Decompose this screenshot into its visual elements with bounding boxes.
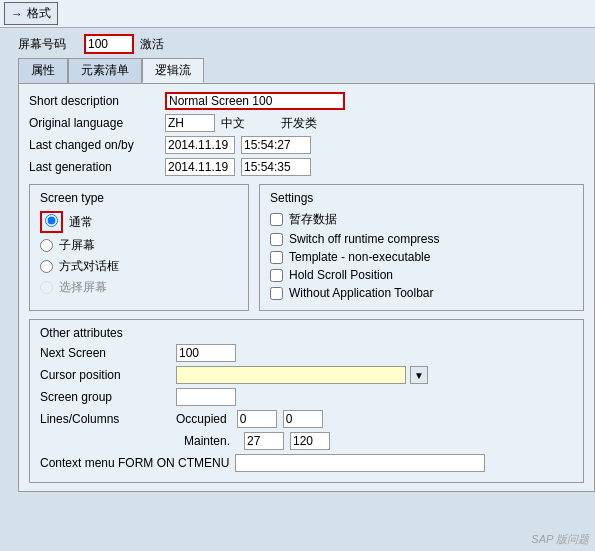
short-desc-input[interactable] xyxy=(165,92,345,110)
screen-group-label: Screen group xyxy=(40,390,170,404)
screen-number-input[interactable] xyxy=(84,34,134,54)
cursor-pos-controls: ▼ xyxy=(176,366,428,384)
cb-runtime-compress[interactable] xyxy=(270,233,283,246)
cursor-pos-input[interactable] xyxy=(176,366,406,384)
lines-cols-label: Lines/Columns xyxy=(40,412,170,426)
radio-select-label: 选择屏幕 xyxy=(59,279,107,296)
settings-title: Settings xyxy=(270,191,573,205)
tab-logic-flow[interactable]: 逻辑流 xyxy=(142,58,204,83)
mainten-val1-input[interactable] xyxy=(244,432,284,450)
tab-properties[interactable]: 属性 xyxy=(18,58,68,83)
orig-lang-code-input[interactable] xyxy=(165,114,215,132)
toolbar: → 格式 xyxy=(0,0,595,28)
occupied-val2-input[interactable] xyxy=(283,410,323,428)
lines-cols-occupied-row: Lines/Columns Occupied xyxy=(40,410,573,428)
cb-temp-data[interactable] xyxy=(270,213,283,226)
cb-hold-scroll-label: Hold Scroll Position xyxy=(289,268,393,282)
orig-lang-name: 中文 xyxy=(221,115,245,132)
screen-group-input[interactable] xyxy=(176,388,236,406)
two-col-section: Screen type 通常 子屏幕 方式对话框 xyxy=(29,184,584,311)
next-screen-label: Next Screen xyxy=(40,346,170,360)
cb-non-exec-label: Template - non-executable xyxy=(289,250,430,264)
short-desc-row: Short description xyxy=(29,92,584,110)
short-desc-label: Short description xyxy=(29,94,159,108)
last-changed-label: Last changed on/by xyxy=(29,138,159,152)
form-panel: Short description Original language 中文 开… xyxy=(18,83,595,492)
cb-hold-scroll-row: Hold Scroll Position xyxy=(270,268,573,282)
cursor-pos-btn[interactable]: ▼ xyxy=(410,366,428,384)
mainten-row: Mainten. xyxy=(40,432,573,450)
screen-number-row: 屏幕号码 激活 xyxy=(18,34,595,54)
context-menu-row: Context menu FORM ON CTMENU xyxy=(40,454,573,472)
cb-non-exec-row: Template - non-executable xyxy=(270,250,573,264)
radio-modal[interactable] xyxy=(40,260,53,273)
cursor-pos-label: Cursor position xyxy=(40,368,170,382)
screen-type-box: Screen type 通常 子屏幕 方式对话框 xyxy=(29,184,249,311)
cb-temp-data-row: 暂存数据 xyxy=(270,211,573,228)
tabs-bar: 属性 元素清单 逻辑流 xyxy=(18,58,595,83)
dev-type-label: 开发类 xyxy=(281,115,317,132)
radio-modal-label: 方式对话框 xyxy=(59,258,119,275)
last-changed-date-input[interactable] xyxy=(165,136,235,154)
orig-lang-label: Original language xyxy=(29,116,159,130)
cb-runtime-compress-row: Switch off runtime compress xyxy=(270,232,573,246)
content-area: 屏幕号码 激活 属性 元素清单 逻辑流 Short description Or… xyxy=(18,34,595,492)
screen-active-label: 激活 xyxy=(140,36,164,53)
cb-no-toolbar-label: Without Application Toolbar xyxy=(289,286,434,300)
scroll-down-icon: ▼ xyxy=(414,370,424,381)
cb-no-toolbar-row: Without Application Toolbar xyxy=(270,286,573,300)
next-screen-row: Next Screen xyxy=(40,344,573,362)
last-changed-time-input[interactable] xyxy=(241,136,311,154)
radio-select-row: 选择屏幕 xyxy=(40,279,238,296)
radio-normal[interactable] xyxy=(45,214,58,227)
cb-runtime-compress-label: Switch off runtime compress xyxy=(289,232,440,246)
occupied-val1-input[interactable] xyxy=(237,410,277,428)
other-attrs-title: Other attributes xyxy=(40,326,573,340)
radio-subscreen[interactable] xyxy=(40,239,53,252)
format-button[interactable]: → 格式 xyxy=(4,2,58,25)
sap-watermark: SAP 版问题 xyxy=(531,532,589,547)
last-gen-time-input[interactable] xyxy=(241,158,311,176)
last-gen-row: Last generation xyxy=(29,158,584,176)
radio-modal-row: 方式对话框 xyxy=(40,258,238,275)
radio-subscreen-row: 子屏幕 xyxy=(40,237,238,254)
cb-hold-scroll[interactable] xyxy=(270,269,283,282)
orig-lang-row: Original language 中文 开发类 xyxy=(29,114,584,132)
occupied-label: Occupied xyxy=(176,412,227,426)
last-gen-label: Last generation xyxy=(29,160,159,174)
radio-normal-label: 通常 xyxy=(69,214,93,231)
last-gen-date-input[interactable] xyxy=(165,158,235,176)
context-menu-label: Context menu FORM ON CTMENU xyxy=(40,456,229,470)
tab-elements[interactable]: 元素清单 xyxy=(68,58,142,83)
mainten-label-text: Mainten. xyxy=(176,434,234,448)
cb-temp-data-label: 暂存数据 xyxy=(289,211,337,228)
cb-non-exec[interactable] xyxy=(270,251,283,264)
other-attrs-box: Other attributes Next Screen Cursor posi… xyxy=(29,319,584,483)
next-screen-input[interactable] xyxy=(176,344,236,362)
screen-num-label: 屏幕号码 xyxy=(18,36,78,53)
mainten-val2-input[interactable] xyxy=(290,432,330,450)
radio-normal-row: 通常 xyxy=(40,211,238,233)
format-button-label: 格式 xyxy=(27,5,51,22)
screen-group-row: Screen group xyxy=(40,388,573,406)
last-changed-row: Last changed on/by xyxy=(29,136,584,154)
radio-select[interactable] xyxy=(40,281,53,294)
context-menu-input[interactable] xyxy=(235,454,485,472)
screen-type-title: Screen type xyxy=(40,191,238,205)
settings-box: Settings 暂存数据 Switch off runtime compres… xyxy=(259,184,584,311)
arrow-right-icon: → xyxy=(11,7,23,21)
cursor-pos-row: Cursor position ▼ xyxy=(40,366,573,384)
radio-subscreen-label: 子屏幕 xyxy=(59,237,95,254)
cb-no-toolbar[interactable] xyxy=(270,287,283,300)
